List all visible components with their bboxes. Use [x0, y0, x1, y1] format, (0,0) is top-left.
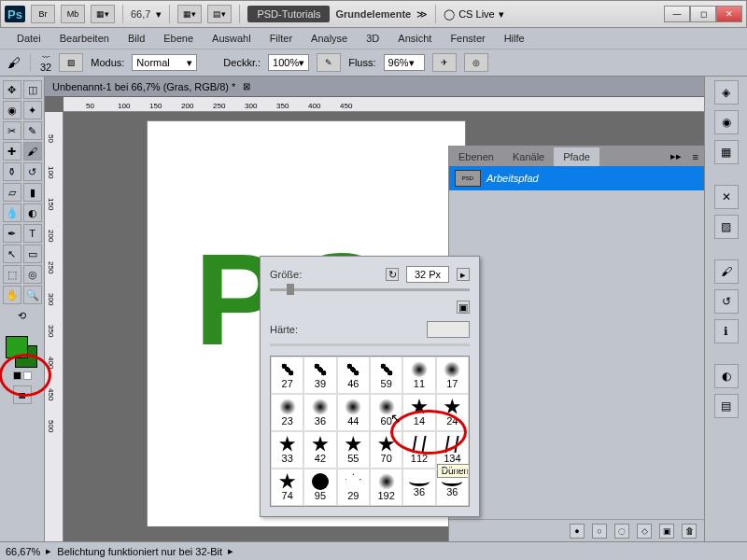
- menu-fenster[interactable]: Fenster: [441, 30, 494, 47]
- path-to-selection-button[interactable]: ◌: [614, 524, 629, 539]
- tab-ebenen[interactable]: Ebenen: [449, 147, 503, 166]
- brush-preset[interactable]: 134Dünengras: [436, 431, 469, 469]
- tablet-size-button[interactable]: ◎: [464, 53, 488, 72]
- grid-button[interactable]: ▦▾: [177, 5, 202, 23]
- menu-filter[interactable]: Filter: [261, 30, 302, 47]
- history-icon[interactable]: ↺: [714, 289, 739, 314]
- brush-preset[interactable]: 11: [402, 357, 435, 394]
- stroke-path-button[interactable]: ○: [592, 524, 607, 539]
- tab-kanaele[interactable]: Kanäle: [503, 147, 554, 166]
- panel-menu-icon[interactable]: ≡: [687, 147, 704, 166]
- swatches-icon[interactable]: ▦: [714, 140, 739, 164]
- brush-preset[interactable]: 33: [271, 431, 303, 469]
- brush-preset[interactable]: 23: [271, 394, 303, 431]
- minimize-button[interactable]: —: [664, 6, 690, 22]
- wand-tool[interactable]: ✦: [23, 101, 42, 119]
- quickmask-button[interactable]: ◙: [13, 385, 32, 404]
- brush-preset-picker[interactable]: 〰32: [40, 53, 51, 73]
- close-tab-icon[interactable]: ⊠: [243, 81, 250, 91]
- tab-pfade[interactable]: Pfade: [554, 147, 599, 166]
- brush-preset[interactable]: 42: [303, 431, 336, 469]
- crop-tool[interactable]: ✂: [3, 121, 21, 140]
- dodge-tool[interactable]: ◐: [23, 203, 42, 222]
- menu-analyse[interactable]: Analyse: [302, 30, 357, 47]
- brush-preset[interactable]: 112: [402, 431, 435, 469]
- color-swatches[interactable]: [6, 332, 39, 368]
- brush-preset[interactable]: 46: [337, 357, 370, 394]
- brush-preset[interactable]: 17: [436, 357, 469, 394]
- brush-preset[interactable]: 24: [436, 394, 469, 431]
- fill-path-button[interactable]: ●: [570, 524, 585, 539]
- selection-to-path-button[interactable]: ◇: [637, 524, 652, 539]
- tablet-opacity-button[interactable]: ✎: [317, 53, 341, 72]
- panel-collapse-icon[interactable]: ▸▸: [665, 147, 687, 166]
- blur-tool[interactable]: 💧: [3, 203, 21, 222]
- brush-preset[interactable]: 44: [337, 394, 370, 431]
- brush-preset[interactable]: 36: [303, 394, 336, 431]
- maximize-button[interactable]: ◻: [690, 6, 716, 22]
- brush-preset[interactable]: 27: [271, 357, 303, 394]
- size-slider[interactable]: [270, 288, 470, 291]
- brush-preset[interactable]: 192: [370, 469, 402, 506]
- nav-icon[interactable]: ▤: [714, 394, 739, 418]
- delete-path-button[interactable]: 🗑: [682, 524, 697, 539]
- popover-menu-button[interactable]: ▸: [457, 268, 470, 281]
- menu-ebene[interactable]: Ebene: [154, 30, 203, 47]
- adjustments-icon[interactable]: ✕: [714, 185, 739, 209]
- path-select-tool[interactable]: ↖: [3, 245, 21, 263]
- stamp-tool[interactable]: ⚱: [3, 162, 21, 181]
- brush-preset[interactable]: 74: [271, 469, 303, 506]
- cslive-button[interactable]: ◯ CS Live ▾: [444, 8, 504, 21]
- workspace-pill[interactable]: PSD-Tutorials: [247, 6, 330, 22]
- close-button[interactable]: ✕: [716, 6, 742, 22]
- flow-field[interactable]: 96%▾: [384, 54, 425, 71]
- screen-mode-button[interactable]: ▦▾: [91, 5, 115, 23]
- menu-3d[interactable]: 3D: [357, 30, 388, 47]
- history-brush-tool[interactable]: ↺: [23, 162, 42, 181]
- heal-tool[interactable]: ✚: [3, 142, 21, 161]
- lasso-tool[interactable]: ◉: [3, 101, 21, 119]
- brush-preset[interactable]: 36: [436, 469, 469, 506]
- brush-preset[interactable]: 70: [370, 431, 402, 469]
- new-preset-button[interactable]: ▣: [457, 301, 470, 314]
- menu-bearbeiten[interactable]: Bearbeiten: [50, 30, 119, 47]
- airbrush-button[interactable]: ✈: [432, 53, 457, 72]
- opacity-field[interactable]: 100%▾: [268, 54, 309, 71]
- brush-preset[interactable]: 14: [402, 394, 435, 431]
- hand-tool[interactable]: ✋: [3, 286, 21, 304]
- brush-preset[interactable]: 59: [370, 357, 402, 394]
- brush-tool[interactable]: 🖌: [23, 142, 42, 161]
- zoom-tool[interactable]: 🔍: [23, 286, 42, 304]
- doc-button[interactable]: ▤▾: [207, 5, 232, 23]
- eraser-tool[interactable]: ▱: [3, 183, 21, 202]
- brush-preset[interactable]: 55: [337, 431, 370, 469]
- menu-ansicht[interactable]: Ansicht: [388, 30, 441, 47]
- brush-panel-toggle[interactable]: ▨: [59, 53, 83, 72]
- marquee-tool[interactable]: ◫: [23, 80, 42, 99]
- gradient-tool[interactable]: ▮: [23, 183, 42, 202]
- brush-preset[interactable]: 95: [303, 469, 336, 506]
- swap-colors-icon[interactable]: ⟲: [13, 306, 32, 325]
- eyedropper-tool[interactable]: ✎: [23, 121, 42, 140]
- move-tool[interactable]: ✥: [3, 80, 21, 99]
- brush-preset[interactable]: 29: [337, 469, 370, 506]
- menu-bild[interactable]: Bild: [119, 30, 154, 47]
- size-input[interactable]: 32 Px: [406, 266, 449, 283]
- menu-datei[interactable]: Datei: [7, 30, 50, 47]
- camera-tool[interactable]: ◎: [23, 265, 42, 284]
- menu-auswahl[interactable]: Auswahl: [203, 30, 261, 47]
- workspace-more[interactable]: ≫: [416, 8, 428, 21]
- brushes-icon[interactable]: 🖌: [714, 259, 739, 284]
- shape-tool[interactable]: ▭: [23, 245, 42, 263]
- path-item[interactable]: PSD Arbeitspfad: [449, 166, 704, 190]
- blend-mode-dropdown[interactable]: Normal▾: [132, 54, 197, 71]
- brush-preset[interactable]: 39: [303, 357, 336, 394]
- pen-tool[interactable]: ✒: [3, 224, 21, 243]
- layers-icon[interactable]: ◈: [714, 80, 739, 105]
- reset-size-button[interactable]: ↻: [386, 268, 399, 281]
- foreground-color[interactable]: [6, 336, 28, 358]
- new-path-button[interactable]: ▣: [659, 524, 674, 539]
- brush-preset[interactable]: 36: [402, 469, 435, 506]
- menu-hilfe[interactable]: Hilfe: [495, 30, 534, 47]
- document-tab[interactable]: Unbenannt-1 bei 66,7% (Gras, RGB/8) *⊠: [45, 77, 704, 97]
